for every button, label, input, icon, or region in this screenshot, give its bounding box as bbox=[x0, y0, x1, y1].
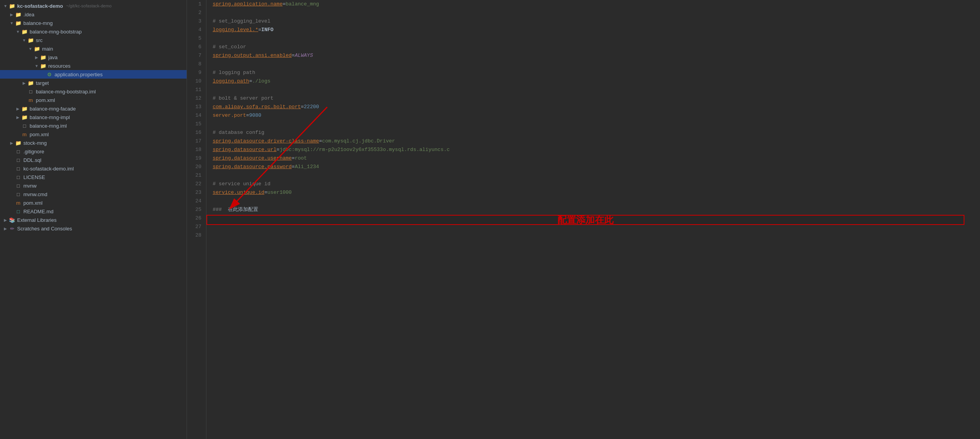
sidebar-item-scratches-consoles[interactable]: ▶✏Scratches and Consoles bbox=[0, 224, 187, 233]
line-number: 15 bbox=[190, 120, 201, 128]
sidebar-item-balance-mng-impl[interactable]: ▶📁balance-mng-impl bbox=[0, 113, 187, 121]
code-token-key: spring.datasource.username bbox=[213, 154, 292, 163]
sidebar-item-application-properties[interactable]: ⚙application.properties bbox=[0, 70, 187, 79]
tree-expand-arrow[interactable]: ▼ bbox=[21, 38, 27, 42]
tree-expand-arrow[interactable]: ▼ bbox=[2, 4, 9, 8]
sidebar-item-license[interactable]: □LICENSE bbox=[0, 173, 187, 181]
code-token-valnum: 22200 bbox=[304, 103, 319, 111]
sidebar-item-kc-sofastack-demo-iml[interactable]: □kc-sofastack-demo.iml bbox=[0, 164, 187, 173]
code-line: ### 在此添加配置 bbox=[213, 205, 974, 214]
code-line: # database config bbox=[213, 128, 974, 137]
file-icon-pom: m bbox=[15, 200, 22, 206]
tree-expand-arrow[interactable]: ▼ bbox=[27, 47, 33, 51]
sidebar-item-ddl-sql[interactable]: □DDL.sql bbox=[0, 156, 187, 164]
tree-item-label: balance-mng-facade bbox=[30, 106, 76, 112]
sidebar-item-balance-mng-iml[interactable]: □balance-mng.iml bbox=[0, 121, 187, 130]
code-token-val: root bbox=[295, 154, 307, 163]
code-token-plain: = bbox=[319, 137, 322, 146]
code-token-valit: ALWAYS bbox=[295, 51, 313, 60]
code-token-chinese: 在此添加配置 bbox=[225, 205, 258, 214]
sidebar-item-stock-mng[interactable]: ▶📁stock-mng bbox=[0, 139, 187, 147]
code-line bbox=[213, 231, 974, 240]
tree-item-label: kc-sofastack-demo.iml bbox=[23, 166, 74, 172]
sidebar-item-idea[interactable]: ▶📁.idea bbox=[0, 10, 187, 19]
code-token-comment: # logging path bbox=[213, 68, 255, 77]
code-token-plain: = bbox=[246, 111, 249, 120]
file-icon-mvn: □ bbox=[15, 191, 22, 197]
tree-expand-arrow[interactable]: ▶ bbox=[2, 227, 9, 231]
code-token-plain: = bbox=[292, 163, 295, 171]
tree-expand-arrow[interactable]: ▶ bbox=[33, 55, 40, 60]
line-number: 27 bbox=[190, 223, 201, 231]
tree-item-label: DDL.sql bbox=[23, 157, 41, 163]
line-number: 17 bbox=[190, 137, 201, 146]
tree-expand-arrow[interactable]: ▶ bbox=[15, 107, 21, 111]
tree-item-label: application.properties bbox=[55, 72, 103, 77]
tree-item-path: ~/git/kc-sofastack-demo bbox=[66, 4, 111, 8]
line-number: 26 bbox=[190, 214, 201, 223]
code-line bbox=[213, 60, 974, 68]
line-number: 6 bbox=[190, 43, 201, 51]
code-line bbox=[213, 223, 974, 231]
sidebar-item-pom-xml-2[interactable]: mpom.xml bbox=[0, 130, 187, 139]
tree-expand-arrow[interactable]: ▼ bbox=[15, 30, 21, 34]
sidebar-item-gitignore[interactable]: □.gitignore bbox=[0, 147, 187, 156]
tree-expand-arrow[interactable]: ▶ bbox=[9, 12, 15, 17]
line-number: 5 bbox=[190, 34, 201, 43]
file-icon-iml: □ bbox=[21, 123, 28, 129]
tree-expand-arrow[interactable]: ▶ bbox=[21, 81, 27, 85]
code-token-comment: # set_color bbox=[213, 43, 246, 51]
code-line bbox=[213, 197, 974, 205]
line-number: 21 bbox=[190, 171, 201, 180]
sidebar-item-balance-mng[interactable]: ▼📁balance-mng bbox=[0, 19, 187, 27]
code-line: # set_color bbox=[213, 43, 974, 51]
tree-expand-arrow[interactable]: ▶ bbox=[2, 218, 9, 222]
code-token-val: balance_mng bbox=[286, 0, 319, 9]
code-line: # bolt & server port bbox=[213, 94, 974, 103]
code-token-comment: # set_logging_level bbox=[213, 17, 270, 26]
code-line bbox=[213, 171, 974, 180]
line-number: 14 bbox=[190, 111, 201, 120]
file-icon-folder-java: 📁 bbox=[40, 54, 47, 60]
code-token-key: service.unique.id bbox=[213, 188, 264, 197]
code-token-key: spring.datasource.url bbox=[213, 146, 277, 154]
line-number: 10 bbox=[190, 77, 201, 86]
tree-item-label: balance-mng-bootstrap bbox=[30, 29, 82, 35]
code-line bbox=[213, 34, 974, 43]
code-line: # service unique id bbox=[213, 180, 974, 188]
code-line: logging.level.*=INFO bbox=[213, 26, 974, 34]
sidebar-item-kc-sofastack-demo[interactable]: ▼📁kc-sofastack-demo~/git/kc-sofastack-de… bbox=[0, 2, 187, 10]
code-token-comment: # service unique id bbox=[213, 180, 270, 188]
sidebar-item-readme-md[interactable]: □README.md bbox=[0, 207, 187, 216]
file-icon-folder: 📁 bbox=[15, 12, 22, 18]
sidebar-item-src[interactable]: ▼📁src bbox=[0, 36, 187, 44]
sidebar-item-resources[interactable]: ▼📁resources bbox=[0, 61, 187, 70]
file-tree[interactable]: ▼📁kc-sofastack-demo~/git/kc-sofastack-de… bbox=[0, 0, 187, 439]
tree-expand-arrow[interactable]: ▼ bbox=[33, 64, 40, 68]
sidebar-item-pom-xml-1[interactable]: mpom.xml bbox=[0, 96, 187, 104]
line-number: 16 bbox=[190, 128, 201, 137]
sidebar-item-mvnw[interactable]: □mvnw bbox=[0, 181, 187, 190]
file-icon-gitignore: □ bbox=[15, 149, 22, 155]
tree-expand-arrow[interactable]: ▼ bbox=[9, 21, 15, 25]
file-icon-md: □ bbox=[15, 209, 22, 214]
sidebar-item-balance-mng-facade[interactable]: ▶📁balance-mng-facade bbox=[0, 104, 187, 113]
code-token-val: ./logs bbox=[252, 77, 270, 86]
line-number: 11 bbox=[190, 86, 201, 94]
sidebar-item-balance-mng-bootstrap[interactable]: ▼📁balance-mng-bootstrap bbox=[0, 27, 187, 36]
tree-item-label: .idea bbox=[23, 12, 34, 18]
sidebar-item-balance-mng-bootstrap-iml[interactable]: □balance-mng-bootstrap.iml bbox=[0, 87, 187, 96]
sidebar-item-main[interactable]: ▼📁main bbox=[0, 44, 187, 53]
tree-expand-arrow[interactable]: ▶ bbox=[15, 115, 21, 119]
line-number: 1 bbox=[190, 0, 201, 9]
tree-expand-arrow[interactable]: ▶ bbox=[9, 141, 15, 145]
line-number: 12 bbox=[190, 94, 201, 103]
sidebar-item-target[interactable]: ▶📁target bbox=[0, 79, 187, 87]
sidebar-item-pom-xml-root[interactable]: mpom.xml bbox=[0, 198, 187, 207]
code-line: com.alipay.sofa.rpc.bolt.port=22200 bbox=[213, 103, 974, 111]
sidebar-item-external-libraries[interactable]: ▶📚External Libraries bbox=[0, 216, 187, 224]
sidebar-item-mvnw-cmd[interactable]: □mvnw.cmd bbox=[0, 190, 187, 198]
tree-item-label: mvnw bbox=[23, 183, 37, 189]
code-line: # logging path bbox=[213, 68, 974, 77]
sidebar-item-java[interactable]: ▶📁java bbox=[0, 53, 187, 61]
